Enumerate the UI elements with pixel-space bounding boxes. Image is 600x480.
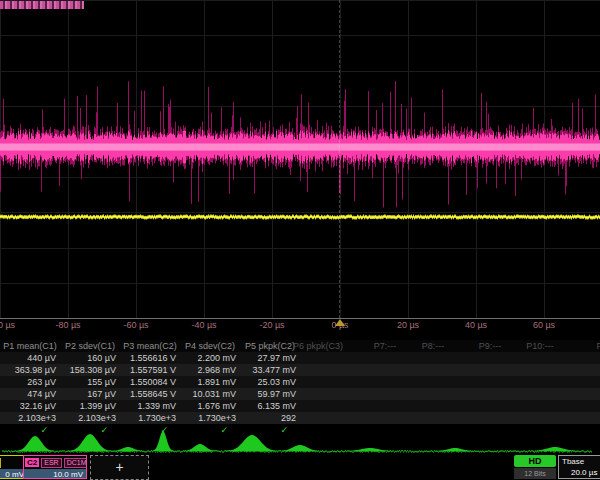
measurement-row: 263 µV155 µV1.550084 V1.891 mV25.03 mV bbox=[0, 376, 600, 388]
param-header-inactive[interactable]: P8:--- bbox=[422, 340, 445, 352]
time-axis-tick-label: 60 µs bbox=[533, 320, 555, 330]
c1-coupling-badge: C1M bbox=[0, 458, 1, 468]
param-header-inactive[interactable]: P6 pkpk(C3) bbox=[293, 340, 343, 352]
channel-c2-descriptor[interactable]: C2 ESR DC1M 10.0 mV bbox=[23, 455, 87, 479]
measurement-cell: 1.558645 V bbox=[120, 388, 176, 400]
measurement-cell: 59.97 mV bbox=[240, 388, 296, 400]
measurement-row: 2.103e+32.103e+31.730e+31.730e+3292 bbox=[0, 412, 600, 424]
measurement-cell: 1.557591 V bbox=[120, 364, 176, 376]
add-trace-button[interactable]: + bbox=[90, 455, 149, 480]
measurement-cell: 1.730e+3 bbox=[180, 412, 236, 424]
measurement-cell: 263 µV bbox=[0, 376, 56, 388]
tbase-scale: 20.0 µs bbox=[559, 467, 600, 478]
measurement-cell: 474 µV bbox=[0, 388, 56, 400]
measurement-cell: 440 µV bbox=[0, 352, 56, 364]
measurement-cell: 158.308 µV bbox=[60, 364, 116, 376]
time-axis-tick-label: -20 µs bbox=[259, 320, 284, 330]
c2-esr-badge: ESR bbox=[41, 458, 61, 468]
c2-channel-badge: C2 bbox=[25, 458, 39, 467]
measurement-cell: 160 µV bbox=[60, 352, 116, 364]
param-header-inactive[interactable]: P11:--- bbox=[597, 340, 600, 352]
measurement-cell: 2.103e+3 bbox=[0, 412, 56, 424]
measurement-cell: 292 bbox=[240, 412, 296, 424]
measurement-row: 363.98 µV158.308 µV1.557591 V2.968 mV33.… bbox=[0, 364, 600, 376]
hd-bits-label: 12 Bits bbox=[514, 468, 556, 479]
timebase-descriptor[interactable]: Tbase 20.0 µs bbox=[558, 455, 600, 479]
hd-mode-badge[interactable]: HD bbox=[514, 455, 556, 467]
time-axis-tick-label: 20 µs bbox=[397, 320, 419, 330]
measurement-row: 32.16 µV1.399 µV1.339 mV1.676 mV6.135 mV bbox=[0, 400, 600, 412]
measurement-cell: 6.135 mV bbox=[240, 400, 296, 412]
param-header-inactive[interactable]: P7:--- bbox=[374, 340, 397, 352]
c2-coupling-badge: DC1M bbox=[64, 458, 87, 468]
time-axis-line bbox=[0, 318, 600, 319]
measurement-cell: 1.339 mV bbox=[120, 400, 176, 412]
measurement-cell: 1.891 mV bbox=[180, 376, 236, 388]
trace-annotation-badge bbox=[0, 1, 84, 9]
time-axis-tick-label: -60 µs bbox=[123, 320, 148, 330]
measurement-cell: 32.16 µV bbox=[0, 400, 56, 412]
histicon-canvas bbox=[0, 430, 600, 456]
param-header[interactable]: P4 sdev(C2) bbox=[185, 340, 235, 352]
tbase-label: Tbase bbox=[559, 456, 600, 467]
param-header[interactable]: P3 mean(C2) bbox=[123, 340, 177, 352]
measurement-cell: 10.031 mV bbox=[180, 388, 236, 400]
measurement-row: 474 µV167 µV1.558645 V10.031 mV59.97 mV bbox=[0, 388, 600, 400]
waveform-grid[interactable] bbox=[0, 0, 600, 318]
param-header[interactable]: P1 mean(C1) bbox=[3, 340, 57, 352]
measurement-cell: 2.200 mV bbox=[180, 352, 236, 364]
measurement-cell: 155 µV bbox=[60, 376, 116, 388]
measurement-cell: 2.103e+3 bbox=[60, 412, 116, 424]
time-axis: -100 µs-80 µs-60 µs-40 µs-20 µs0 µs20 µs… bbox=[0, 320, 600, 334]
c2-volts-per-div[interactable]: 10.0 mV bbox=[24, 469, 86, 479]
measurement-histicons bbox=[0, 430, 600, 456]
measurement-cell: 1.550084 V bbox=[120, 376, 176, 388]
param-header-inactive[interactable]: P10:--- bbox=[526, 340, 554, 352]
measurement-cell: 1.676 mV bbox=[180, 400, 236, 412]
measurement-cell: 33.477 mV bbox=[240, 364, 296, 376]
trigger-time-marker[interactable] bbox=[335, 319, 345, 326]
param-header[interactable]: P2 sdev(C1) bbox=[65, 340, 115, 352]
time-axis-tick-label: -100 µs bbox=[0, 320, 15, 330]
param-header-inactive[interactable]: P9:--- bbox=[479, 340, 502, 352]
time-axis-tick-label: -80 µs bbox=[55, 320, 80, 330]
time-axis-tick-label: -40 µs bbox=[191, 320, 216, 330]
measurement-cell: 2.968 mV bbox=[180, 364, 236, 376]
measurement-cell: 363.98 µV bbox=[0, 364, 56, 376]
descriptor-bar: C1M 0 mV C2 ESR DC1M 10.0 mV + HD 12 Bit… bbox=[0, 455, 600, 480]
measurement-cell: 1.730e+3 bbox=[120, 412, 176, 424]
measurement-cell: 167 µV bbox=[60, 388, 116, 400]
measurement-cell: 1.556616 V bbox=[120, 352, 176, 364]
oscilloscope-screen: -100 µs-80 µs-60 µs-40 µs-20 µs0 µs20 µs… bbox=[0, 0, 600, 480]
param-header[interactable]: P5 pkpk(C2) bbox=[245, 340, 295, 352]
measurement-cell: 1.399 µV bbox=[60, 400, 116, 412]
time-axis-tick-label: 40 µs bbox=[465, 320, 487, 330]
waveform-traces-canvas bbox=[0, 0, 600, 318]
trigger-position-line bbox=[339, 0, 340, 318]
measurement-row: 440 µV160 µV1.556616 V2.200 mV27.97 mV bbox=[0, 352, 600, 364]
measurement-cell: 25.03 mV bbox=[240, 376, 296, 388]
measurement-table: P1 mean(C1)P2 sdev(C1)P3 mean(C2)P4 sdev… bbox=[0, 340, 600, 436]
measurement-header-row: P1 mean(C1)P2 sdev(C1)P3 mean(C2)P4 sdev… bbox=[0, 340, 600, 352]
measurement-cell: 27.97 mV bbox=[240, 352, 296, 364]
